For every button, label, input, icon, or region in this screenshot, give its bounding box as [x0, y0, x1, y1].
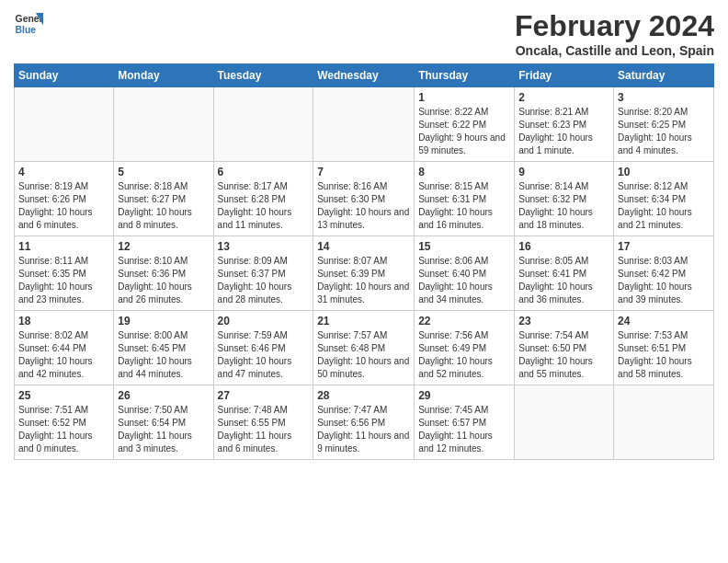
calendar-cell: 13Sunrise: 8:09 AM Sunset: 6:37 PM Dayli… [213, 236, 313, 311]
svg-text:Blue: Blue [16, 25, 37, 35]
calendar-cell: 20Sunrise: 7:59 AM Sunset: 6:46 PM Dayli… [213, 311, 313, 385]
calendar-table: SundayMondayTuesdayWednesdayThursdayFrid… [14, 63, 714, 460]
calendar-cell [114, 87, 213, 162]
day-info: Sunrise: 7:59 AM Sunset: 6:46 PM Dayligh… [218, 329, 310, 381]
day-number: 19 [118, 315, 209, 327]
calendar-cell: 9Sunrise: 8:14 AM Sunset: 6:32 PM Daylig… [515, 162, 614, 236]
location: Oncala, Castille and Leon, Spain [515, 43, 714, 58]
day-info: Sunrise: 7:54 AM Sunset: 6:50 PM Dayligh… [518, 329, 609, 381]
day-number: 9 [518, 166, 609, 178]
calendar-cell: 8Sunrise: 8:15 AM Sunset: 6:31 PM Daylig… [415, 162, 515, 236]
calendar-cell [213, 87, 313, 162]
calendar-cell: 29Sunrise: 7:45 AM Sunset: 6:57 PM Dayli… [415, 385, 515, 460]
day-number: 8 [418, 166, 510, 178]
weekday-header: Friday [515, 64, 614, 87]
calendar-cell: 22Sunrise: 7:56 AM Sunset: 6:49 PM Dayli… [415, 311, 515, 385]
day-number: 14 [317, 240, 410, 253]
day-info: Sunrise: 7:57 AM Sunset: 6:48 PM Dayligh… [317, 329, 410, 381]
day-info: Sunrise: 8:22 AM Sunset: 6:22 PM Dayligh… [418, 106, 510, 157]
day-info: Sunrise: 7:47 AM Sunset: 6:56 PM Dayligh… [317, 404, 410, 455]
day-info: Sunrise: 8:06 AM Sunset: 6:40 PM Dayligh… [418, 255, 510, 306]
calendar-cell [515, 385, 614, 460]
day-info: Sunrise: 8:20 AM Sunset: 6:25 PM Dayligh… [618, 106, 710, 157]
calendar-cell [614, 385, 714, 460]
day-number: 26 [118, 389, 209, 402]
calendar-cell: 1Sunrise: 8:22 AM Sunset: 6:22 PM Daylig… [415, 87, 515, 162]
day-number: 15 [418, 240, 510, 253]
calendar-week-row: 18Sunrise: 8:02 AM Sunset: 6:44 PM Dayli… [15, 311, 714, 385]
calendar-cell: 25Sunrise: 7:51 AM Sunset: 6:52 PM Dayli… [15, 385, 114, 460]
day-number: 16 [518, 240, 609, 253]
weekday-header: Monday [114, 64, 213, 87]
day-info: Sunrise: 8:15 AM Sunset: 6:31 PM Dayligh… [418, 180, 510, 232]
calendar-cell: 7Sunrise: 8:16 AM Sunset: 6:30 PM Daylig… [313, 162, 415, 236]
calendar-cell: 3Sunrise: 8:20 AM Sunset: 6:25 PM Daylig… [614, 87, 714, 162]
day-info: Sunrise: 7:50 AM Sunset: 6:54 PM Dayligh… [118, 404, 209, 455]
day-number: 24 [618, 315, 710, 327]
weekday-header-row: SundayMondayTuesdayWednesdayThursdayFrid… [15, 64, 714, 87]
calendar-cell: 10Sunrise: 8:12 AM Sunset: 6:34 PM Dayli… [614, 162, 714, 236]
weekday-header: Sunday [15, 64, 114, 87]
header: General Blue February 2024 Oncala, Casti… [14, 9, 714, 58]
day-info: Sunrise: 8:10 AM Sunset: 6:36 PM Dayligh… [118, 255, 209, 306]
day-number: 28 [317, 389, 410, 402]
day-info: Sunrise: 8:11 AM Sunset: 6:35 PM Dayligh… [18, 255, 109, 306]
calendar-cell: 11Sunrise: 8:11 AM Sunset: 6:35 PM Dayli… [15, 236, 114, 311]
day-info: Sunrise: 8:07 AM Sunset: 6:39 PM Dayligh… [317, 255, 410, 306]
calendar-cell: 15Sunrise: 8:06 AM Sunset: 6:40 PM Dayli… [415, 236, 515, 311]
day-number: 21 [317, 315, 410, 327]
day-info: Sunrise: 7:48 AM Sunset: 6:55 PM Dayligh… [218, 404, 310, 455]
day-info: Sunrise: 8:14 AM Sunset: 6:32 PM Dayligh… [518, 180, 609, 232]
day-number: 4 [18, 166, 109, 178]
calendar-cell: 19Sunrise: 8:00 AM Sunset: 6:45 PM Dayli… [114, 311, 213, 385]
day-info: Sunrise: 8:16 AM Sunset: 6:30 PM Dayligh… [317, 180, 410, 232]
day-number: 17 [618, 240, 710, 253]
weekday-header: Saturday [614, 64, 714, 87]
day-info: Sunrise: 8:05 AM Sunset: 6:41 PM Dayligh… [518, 255, 609, 306]
day-info: Sunrise: 8:09 AM Sunset: 6:37 PM Dayligh… [218, 255, 310, 306]
calendar-cell: 14Sunrise: 8:07 AM Sunset: 6:39 PM Dayli… [313, 236, 415, 311]
calendar-cell: 6Sunrise: 8:17 AM Sunset: 6:28 PM Daylig… [213, 162, 313, 236]
day-number: 2 [518, 91, 609, 104]
day-info: Sunrise: 8:21 AM Sunset: 6:23 PM Dayligh… [518, 106, 609, 157]
day-info: Sunrise: 8:03 AM Sunset: 6:42 PM Dayligh… [618, 255, 710, 306]
title-area: February 2024 Oncala, Castille and Leon,… [515, 9, 714, 58]
day-info: Sunrise: 8:19 AM Sunset: 6:26 PM Dayligh… [18, 180, 109, 232]
day-number: 1 [418, 91, 510, 104]
day-number: 10 [618, 166, 710, 178]
calendar-cell: 5Sunrise: 8:18 AM Sunset: 6:27 PM Daylig… [114, 162, 213, 236]
calendar-week-row: 11Sunrise: 8:11 AM Sunset: 6:35 PM Dayli… [15, 236, 714, 311]
month-year: February 2024 [515, 9, 714, 43]
calendar-cell: 28Sunrise: 7:47 AM Sunset: 6:56 PM Dayli… [313, 385, 415, 460]
day-number: 20 [218, 315, 310, 327]
day-number: 29 [418, 389, 510, 402]
day-number: 23 [518, 315, 609, 327]
calendar-week-row: 4Sunrise: 8:19 AM Sunset: 6:26 PM Daylig… [15, 162, 714, 236]
day-number: 25 [18, 389, 109, 402]
calendar-cell: 27Sunrise: 7:48 AM Sunset: 6:55 PM Dayli… [213, 385, 313, 460]
day-number: 7 [317, 166, 410, 178]
day-info: Sunrise: 8:17 AM Sunset: 6:28 PM Dayligh… [218, 180, 310, 232]
day-info: Sunrise: 7:56 AM Sunset: 6:49 PM Dayligh… [418, 329, 510, 381]
day-info: Sunrise: 8:00 AM Sunset: 6:45 PM Dayligh… [118, 329, 209, 381]
calendar-cell: 18Sunrise: 8:02 AM Sunset: 6:44 PM Dayli… [15, 311, 114, 385]
logo-icon: General Blue [14, 9, 43, 39]
calendar-cell [15, 87, 114, 162]
weekday-header: Tuesday [213, 64, 313, 87]
day-number: 6 [218, 166, 310, 178]
weekday-header: Wednesday [313, 64, 415, 87]
logo: General Blue [14, 9, 43, 39]
weekday-header: Thursday [415, 64, 515, 87]
calendar-cell: 26Sunrise: 7:50 AM Sunset: 6:54 PM Dayli… [114, 385, 213, 460]
calendar-cell: 2Sunrise: 8:21 AM Sunset: 6:23 PM Daylig… [515, 87, 614, 162]
calendar-cell: 23Sunrise: 7:54 AM Sunset: 6:50 PM Dayli… [515, 311, 614, 385]
day-number: 3 [618, 91, 710, 104]
calendar-cell: 12Sunrise: 8:10 AM Sunset: 6:36 PM Dayli… [114, 236, 213, 311]
calendar-cell: 17Sunrise: 8:03 AM Sunset: 6:42 PM Dayli… [614, 236, 714, 311]
day-number: 22 [418, 315, 510, 327]
day-info: Sunrise: 7:53 AM Sunset: 6:51 PM Dayligh… [618, 329, 710, 381]
calendar-cell: 4Sunrise: 8:19 AM Sunset: 6:26 PM Daylig… [15, 162, 114, 236]
day-number: 13 [218, 240, 310, 253]
day-number: 11 [18, 240, 109, 253]
day-number: 27 [218, 389, 310, 402]
